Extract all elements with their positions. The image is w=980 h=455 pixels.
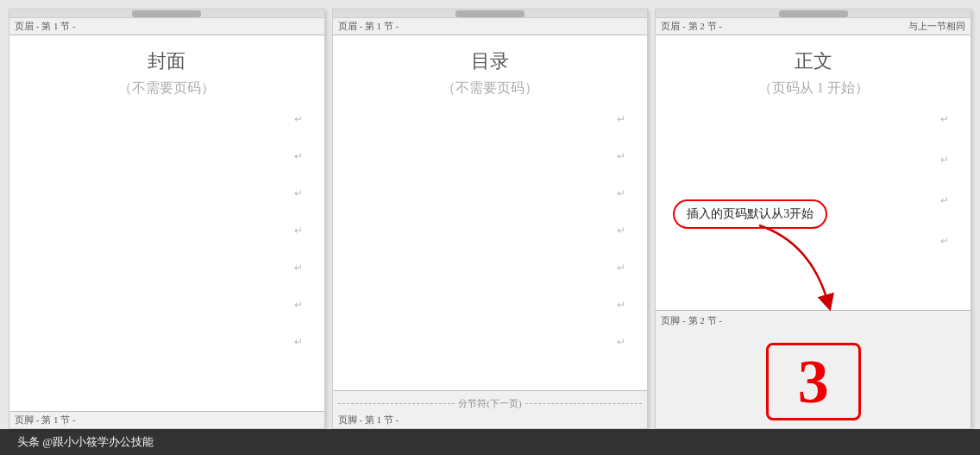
- col1-footer-bar: 页脚 - 第 1 节 -: [9, 411, 324, 428]
- col3-content: 正文 （页码从 1 开始） ↵ ↵ ↵ ↵: [656, 35, 971, 310]
- main-area: 页眉 - 第 1 节 - 封面 （不需要页码） ↵ ↵ ↵ ↵ ↵ ↵ ↵ 页脚…: [0, 0, 980, 429]
- col3-same-as-prev-label: 与上一节相同: [908, 20, 965, 33]
- page-col-2: 页眉 - 第 1 节 - 目录 （不需要页码） ↵ ↵ ↵ ↵ ↵ ↵ ↵ 分节…: [332, 9, 649, 429]
- return-mark: ↵: [617, 336, 625, 349]
- return-mark: ↵: [617, 262, 625, 275]
- section-break-text: 分节符(下一页): [338, 397, 643, 410]
- col1-subtitle: （不需要页码）: [118, 79, 215, 98]
- return-mark: ↵: [617, 113, 625, 126]
- return-mark: ↵: [940, 154, 949, 167]
- bottom-bar: 头条 @跟小小筱学办公技能: [0, 429, 980, 455]
- return-mark: ↵: [294, 299, 303, 312]
- col2-subtitle: （不需要页码）: [442, 79, 538, 98]
- col3-header-bar: 页眉 - 第 2 节 - 与上一节相同: [656, 18, 971, 35]
- return-mark: ↵: [294, 113, 303, 126]
- col2-scrollbar-thumb: [455, 10, 525, 17]
- col3-scrollbar-thumb: [779, 10, 848, 17]
- return-mark: ↵: [294, 150, 303, 163]
- return-mark: ↵: [940, 235, 949, 248]
- col1-title: 封面: [148, 48, 185, 74]
- col1-content: 封面 （不需要页码） ↵ ↵ ↵ ↵ ↵ ↵ ↵: [9, 35, 324, 411]
- col1-header-label: 页眉 - 第 1 节 -: [15, 20, 76, 33]
- col2-header-bar: 页眉 - 第 1 节 -: [333, 18, 648, 35]
- col2-return-marks: ↵ ↵ ↵ ↵ ↵ ↵ ↵: [342, 113, 639, 382]
- return-mark: ↵: [617, 224, 625, 237]
- col3-subtitle: （页码从 1 开始）: [758, 79, 869, 98]
- return-mark: ↵: [617, 150, 625, 163]
- return-mark: ↵: [294, 187, 303, 200]
- return-mark: ↵: [294, 336, 303, 349]
- page-col-1: 页眉 - 第 1 节 - 封面 （不需要页码） ↵ ↵ ↵ ↵ ↵ ↵ ↵ 页脚…: [9, 9, 325, 429]
- return-mark: ↵: [617, 299, 625, 312]
- page-number-display: 3: [766, 343, 861, 420]
- return-mark: ↵: [940, 113, 949, 126]
- col2-footer-bar: 分节符(下一页) 页脚 - 第 1 节 -: [333, 390, 648, 428]
- col2-footer-label: 页脚 - 第 1 节 -: [338, 414, 399, 427]
- col1-scrollbar[interactable]: [9, 9, 324, 18]
- col1-return-marks: ↵ ↵ ↵ ↵ ↵ ↵ ↵: [18, 113, 316, 402]
- col1-footer-label: 页脚 - 第 1 节 -: [15, 414, 76, 427]
- col2-content: 目录 （不需要页码） ↵ ↵ ↵ ↵ ↵ ↵ ↵: [333, 35, 648, 390]
- bottom-bar-text: 头条 @跟小小筱学办公技能: [17, 434, 154, 450]
- col1-scrollbar-thumb: [132, 10, 201, 17]
- col2-scrollbar[interactable]: [333, 9, 648, 18]
- col3-title: 正文: [795, 48, 832, 74]
- return-mark: ↵: [940, 194, 949, 207]
- col2-header-label: 页眉 - 第 1 节 -: [338, 20, 399, 33]
- callout-text: 插入的页码默认从3开始: [687, 207, 814, 220]
- col3-footer-label: 页脚 - 第 2 节 -: [661, 314, 722, 327]
- col1-header-bar: 页眉 - 第 1 节 -: [9, 18, 324, 35]
- return-mark: ↵: [294, 224, 303, 237]
- callout-bubble: 插入的页码默认从3开始: [673, 199, 827, 229]
- return-mark: ↵: [617, 187, 625, 200]
- return-mark: ↵: [294, 262, 303, 275]
- col3-header-label: 页眉 - 第 2 节 -: [661, 20, 722, 33]
- col3-page-number-area: 3: [661, 327, 965, 425]
- col3-footer-bar: 页脚 - 第 2 节 - 3: [656, 310, 971, 428]
- page-col-3: 页眉 - 第 2 节 - 与上一节相同 正文 （页码从 1 开始） ↵ ↵ ↵ …: [655, 9, 971, 429]
- col2-title: 目录: [471, 48, 509, 74]
- col3-scrollbar[interactable]: [656, 9, 971, 18]
